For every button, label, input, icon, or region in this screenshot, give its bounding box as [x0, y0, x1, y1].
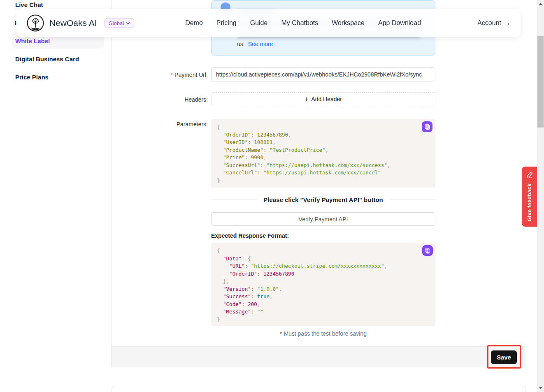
scrollbar-thumb[interactable]: [537, 36, 544, 128]
region-label: Global: [109, 20, 124, 26]
add-header-label: Add Header: [311, 96, 342, 102]
account-link[interactable]: Account →: [477, 19, 511, 27]
must-pass-note: * Must pass the test before saving: [211, 330, 435, 337]
nav-link-workspace[interactable]: Workspace: [332, 19, 365, 27]
copy-parameters-button[interactable]: [422, 121, 432, 132]
nav-link-demo[interactable]: Demo: [185, 19, 203, 27]
expected-response-label: Expected Response Format:: [211, 232, 289, 239]
feedback-label: Give feedback: [526, 183, 532, 221]
account-label: Account: [477, 19, 501, 27]
nav-link-app-download[interactable]: App Download: [378, 19, 421, 27]
next-section-card: [112, 386, 525, 392]
give-feedback-tab[interactable]: Give feedback: [522, 167, 537, 227]
nav-link-my-chatbots[interactable]: My Chatbots: [281, 19, 318, 27]
expected-response-code-block: { "Data": { "URL": "https://checkout.str…: [211, 243, 435, 326]
sidebar-item-white-label[interactable]: White Label: [15, 37, 50, 44]
brand-name: NewOaks AI: [49, 18, 97, 28]
divider-line: [211, 199, 257, 200]
nav-link-pricing[interactable]: Pricing: [216, 19, 237, 27]
copy-document-icon: [424, 124, 430, 130]
save-button[interactable]: Save: [491, 350, 517, 364]
payment-url-input[interactable]: [211, 67, 435, 81]
copy-document-icon: [425, 248, 431, 254]
add-header-button[interactable]: + Add Header: [211, 92, 435, 106]
parameters-code-block: { "OrderID": 1234567890, "UserID": 10000…: [211, 119, 435, 188]
banner-text: us.: [237, 41, 245, 47]
verify-instruction-text: Please click "Verify Payment API" button: [263, 196, 383, 203]
copy-expected-response-button[interactable]: [422, 245, 433, 256]
chevron-down-icon: [126, 22, 130, 25]
arrow-right-icon: →: [504, 19, 511, 27]
verify-instruction-divider: Please click "Verify Payment API" button: [211, 196, 435, 203]
nav-link-guide[interactable]: Guide: [250, 19, 268, 27]
verify-payment-api-button[interactable]: Verify Payment API: [211, 212, 435, 226]
see-more-link[interactable]: See more: [248, 41, 273, 47]
payment-url-label: *Payment Url:: [112, 72, 208, 78]
plus-icon: +: [305, 96, 308, 102]
region-dropdown[interactable]: Global: [105, 19, 135, 28]
form-footer: Save: [112, 346, 525, 367]
scroll-down-arrow-icon[interactable]: [539, 387, 543, 389]
sidebar-item-digital-business-card[interactable]: Digital Business Card: [15, 56, 79, 63]
sidebar-item-live-chat[interactable]: Live Chat: [15, 1, 43, 8]
top-navbar: NewOaks AI Global Demo Pricing Guide My …: [16, 9, 521, 37]
newoaks-logo-icon: [26, 14, 44, 32]
required-mark: *: [171, 72, 173, 78]
headers-label: Headers:: [112, 96, 208, 103]
nav-links: Demo Pricing Guide My Chatbots Workspace…: [185, 19, 421, 27]
divider-line: [390, 199, 435, 200]
page-scrollbar[interactable]: [537, 0, 544, 392]
scroll-up-arrow-icon[interactable]: [539, 3, 543, 5]
content-divider: [111, 0, 112, 367]
sidebar-item-price-plans[interactable]: Price Plans: [15, 74, 49, 81]
pencil-icon: [526, 171, 533, 179]
parameters-label: Parameters:: [112, 121, 208, 128]
